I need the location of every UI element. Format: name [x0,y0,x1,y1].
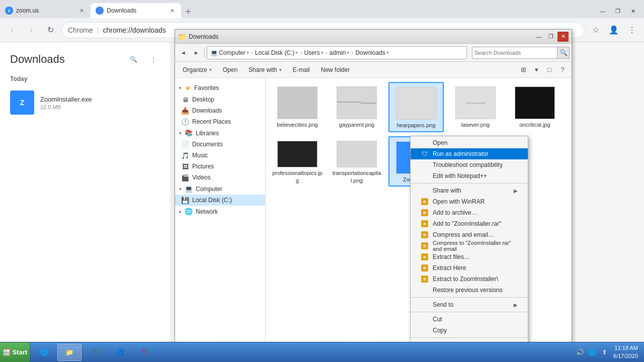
ctx-restore-versions[interactable]: Restore previous versions [411,285,528,296]
forward-button[interactable]: › [23,22,39,38]
downloads-sidebar: Downloads 🔍 ⋮ Today Z ZoomInstaller.exe … [0,42,171,362]
desktop-icon: 🖥 [181,96,189,104]
explorer-breadcrumb[interactable]: 💻 Computer ▾ › Local Disk (C:) ▾ › Users… [207,46,467,59]
file-hearpapers[interactable]: hearpapers.png [388,82,444,132]
breadcrumb-users[interactable]: Users ▾ [304,49,323,56]
ctx-send-to[interactable]: Send to ▶ [411,299,528,310]
chrome-maximize[interactable]: ❐ [611,6,625,16]
taskbar-ie[interactable]: 🌐 [32,344,56,361]
downloads-menu-icon[interactable]: ⋮ [146,52,160,66]
sidebar-item-music[interactable]: 🎵 Music [175,150,265,161]
ctx-compress-zoominstaller-email[interactable]: R Compress to "ZoomInstaller.rar" and em… [411,240,528,251]
ctx-open[interactable]: Open [411,137,528,148]
tray-upload[interactable]: ⬆ [599,347,609,357]
taskbar-explorer[interactable]: 📁 [57,344,82,361]
sidebar-item-localdisk[interactable]: 💾 Local Disk (C:) [175,195,265,206]
tab-downloads[interactable]: ⬇ Downloads ✕ [91,3,181,18]
taskbar-chrome[interactable]: 🔵 [108,344,132,361]
tray-volume[interactable]: 🔊 [575,347,585,357]
sidebar-item-desktop[interactable]: 🖥 Desktop [175,94,265,105]
computer-header[interactable]: ▾ 💻 Computer [175,183,265,195]
explorer-back[interactable]: ◂ [177,47,189,59]
search-input[interactable] [472,47,557,59]
file-professionaltopics[interactable]: professionaltopics.jpg [270,136,325,187]
ctx-run-as-admin[interactable]: 🛡 Run as administrator [411,148,528,159]
favorites-header[interactable]: ▾ ★ Favorites [175,82,265,94]
taskbar-antivirus[interactable]: 🛡 [133,344,157,361]
gayparent-thumb [337,86,377,119]
breadcrumb-downloads[interactable]: Downloads ▾ [355,49,388,56]
explorer-forward[interactable]: ▸ [190,47,202,59]
ctx-extract-files[interactable]: R Extract files… [411,251,528,262]
start-button[interactable]: 🪟 Start [0,342,30,363]
bookmarks-icon[interactable]: ☆ [588,22,604,38]
breadcrumb-computer[interactable]: 💻 Computer ▾ [210,49,249,56]
ctx-open-winrar[interactable]: R Open with WinRAR [411,196,528,207]
file-lasever[interactable]: lasever.png [448,82,503,132]
chrome-close[interactable]: ✕ [626,6,640,16]
downloads-header: Downloads 🔍 ⋮ [0,42,171,71]
ctx-add-zoominstaller-rar[interactable]: R Add to "ZoomInstaller.rar" [411,218,528,229]
antivirus-icon: 🛡 [140,347,150,357]
chrome-minimize[interactable]: — [596,6,610,16]
ctx-sep3 [411,312,528,312]
sidebar-item-documents[interactable]: 📄 Documents [175,139,265,150]
view-options[interactable]: ▾ [530,64,542,76]
chrome-menu-icon[interactable]: ⋮ [624,22,640,38]
ctx-copy[interactable]: Copy [411,325,528,336]
ctx-troubleshoot[interactable]: Troubleshoot compatibility [411,159,528,170]
ctx-edit-notepad[interactable]: Edit with Notepad++ [411,170,528,182]
taskbar-media[interactable]: 🎵 [83,344,107,361]
new-tab-button[interactable]: ＋ [181,4,195,18]
preview-pane[interactable]: □ [543,64,555,76]
sidebar-item-videos[interactable]: 🎬 Videos [175,172,265,183]
profile-icon[interactable]: 👤 [606,22,622,38]
zoom-item-name: ZoomInstaller.exe [40,96,160,103]
new-folder-button[interactable]: New folder [316,64,354,76]
explorer-nav: ◂ ▸ 💻 Computer ▾ › Local Disk (C:) ▾ › U… [175,44,572,62]
explorer-minimize[interactable]: — [533,32,544,42]
ctx-share-with[interactable]: Share with ▶ [411,185,528,196]
download-item-zoom[interactable]: Z ZoomInstaller.exe 12.0 MB [0,86,171,119]
ctx-extract-here[interactable]: R Extract Here [411,262,528,274]
ctx-add-archive[interactable]: R Add to archive… [411,207,528,218]
tab-zoom[interactable]: Z zoom.us ✕ [0,3,91,18]
organize-button[interactable]: Organize ▾ [178,64,216,76]
share-with-button[interactable]: Share with ▾ [244,64,286,76]
downloads-search-icon[interactable]: 🔍 [126,52,140,66]
libraries-header[interactable]: ▾ 📚 Libraries [175,127,265,139]
file-believecities[interactable]: believecities.png [270,82,325,132]
network-header[interactable]: ▸ 🌐 Network [175,206,265,217]
ctx-share-with-label: Share with [433,187,461,194]
ctx-cut[interactable]: Cut [411,314,528,325]
tab-zoom-close[interactable]: ✕ [77,7,86,15]
help-button[interactable]: ? [556,64,569,76]
ctx-compress-email[interactable]: R Compress and email… [411,229,528,240]
sidebar-item-recent[interactable]: 🕐 Recent Places [175,116,265,127]
explorer-titlebar: 📁 Downloads — ❐ ✕ [175,30,572,44]
back-button[interactable]: ‹ [4,22,20,38]
ctx-extract-to[interactable]: R Extract to ZoomInstaller\ [411,274,528,285]
refresh-button[interactable]: ↻ [42,22,58,38]
tray-network[interactable]: 🌐 [587,347,597,357]
open-button[interactable]: Open [218,64,242,76]
ctx-restore-versions-label: Restore previous versions [433,287,503,294]
sidebar-item-pictures[interactable]: 🖼 Pictures [175,161,265,172]
breadcrumb-admin[interactable]: admin ▾ [330,49,350,56]
sidebar-item-downloads[interactable]: 📥 Downloads [175,105,265,116]
transportationcapital-thumb [337,141,377,167]
file-oncritical[interactable]: oncritical.jpg [507,82,562,132]
breadcrumb-localdisk[interactable]: Local Disk (C:) ▾ [255,49,298,56]
tab-downloads-close[interactable]: ✕ [168,7,176,15]
email-button[interactable]: E-mail [288,64,314,76]
explorer-maximize[interactable]: ❐ [545,32,556,42]
search-button[interactable]: 🔍 [557,47,570,59]
compress-zoom-email-icon: R [421,242,429,250]
ctx-troubleshoot-label: Troubleshoot compatibility [433,161,503,168]
view-toggle[interactable]: ⊞ [517,64,529,76]
explorer-close[interactable]: ✕ [557,32,569,42]
copy-icon [421,326,429,334]
file-transportationcapital[interactable]: transportationcapital.png [329,136,384,187]
downloads-title: Downloads [10,53,120,66]
file-gayparent[interactable]: gayparent.png [329,82,384,132]
